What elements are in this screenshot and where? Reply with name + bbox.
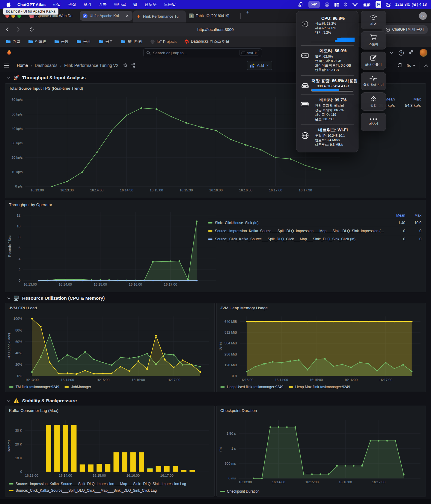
svg-text:16:16:00: 16:16:00	[129, 283, 142, 286]
user-avatar[interactable]	[420, 49, 427, 57]
breadcrumb-dashboards[interactable]: Dashboards	[35, 63, 58, 68]
browser-tab[interactable]: TTabix.IO [20180419]	[186, 9, 239, 22]
svg-text:16:13:00: 16:13:00	[25, 378, 38, 382]
refresh-interval-picker[interactable]: 5s	[407, 63, 415, 68]
folder-icon	[28, 40, 33, 44]
legend-item[interactable]: JobManager	[64, 385, 91, 389]
runner-app-status-icon[interactable]	[308, 1, 320, 8]
storage-usage-value: 저장 용량: 66.8% 사용됨	[311, 78, 355, 84]
legend-item[interactable]: Source:_Impression_Kafka_Source___Split_…	[9, 482, 186, 486]
menubar-menu[interactable]: 파일	[53, 2, 61, 7]
bookmark-item[interactable]: 공통	[54, 39, 69, 44]
panel-title[interactable]: Throughput by Operator	[9, 202, 52, 207]
panel-checkpoint-duration: Checkpoint Duration 16:13:0016:14:0016:1…	[216, 406, 426, 496]
series-name[interactable]: Source:_Impression_Kafka_Source___Split_…	[215, 229, 384, 233]
menubar-menu[interactable]: 기록	[99, 2, 107, 7]
new-tab-button[interactable]: +	[242, 9, 253, 22]
menubar-clock[interactable]: 12월 8일 (월) 4:18	[395, 2, 427, 7]
menubar-menu[interactable]: 편집	[68, 2, 76, 7]
breadcrumb-current[interactable]: Flink Performance Tuning V2	[64, 63, 118, 68]
legend-item[interactable]: Checkpoint Duration	[220, 489, 260, 494]
collapse-header-chevron-icon[interactable]	[424, 64, 428, 67]
store-button[interactable]: 스토어	[361, 31, 386, 50]
reload-button[interactable]	[27, 25, 36, 34]
settings-button[interactable]: 설정	[361, 92, 386, 111]
bookmark-item[interactable]: 공부	[99, 39, 113, 44]
breadcrumb-home[interactable]: Home	[17, 63, 28, 68]
battery-stat-row: 사이클 수: 119	[311, 112, 355, 117]
legend-item[interactable]: Heap Used flink-taskmanager:9249	[220, 385, 283, 389]
more-button[interactable]: 더보기	[361, 113, 386, 131]
panel-title[interactable]: Checkpoint Duration	[220, 408, 257, 413]
view-activity-button[interactable]: 활성 상태 보기	[361, 72, 386, 90]
search-input[interactable]: Search or jump to... cmd+k	[143, 48, 262, 57]
browser-profile-badge[interactable]: Si	[419, 12, 427, 20]
panel-title[interactable]: Total Source Input TPS (Real-time Trend)	[9, 86, 83, 91]
series-name[interactable]: Sink:_ClickHouse_Sink (In)	[215, 221, 384, 225]
mega-menu-icon[interactable]	[2, 61, 11, 70]
svg-text:128 MiB: 128 MiB	[224, 363, 237, 367]
legend-mean-header[interactable]: Mean	[387, 213, 405, 218]
org-switcher-chevron-icon[interactable]	[390, 52, 393, 54]
menubar-menu[interactable]: 윈도우	[144, 2, 157, 7]
legend-item[interactable]: TM flink-taskmanager:9249	[9, 385, 59, 389]
help-icon[interactable]: ?	[398, 50, 404, 56]
browser-tab[interactable]: UI for Apache Kaf	[80, 11, 132, 21]
control-center-icon[interactable]	[386, 1, 391, 8]
refresh-icon[interactable]	[397, 63, 403, 68]
svg-text:10 K: 10 K	[15, 456, 22, 460]
active-app-name[interactable]: ChatGPT Atlas	[17, 2, 46, 7]
section-throughput[interactable]: 🚀 Throughput & Input Analysis	[7, 75, 86, 80]
grafana-logo-icon[interactable]	[5, 49, 13, 57]
create-runner-button[interactable]: 러너 만들기	[361, 52, 386, 70]
input-source-badge[interactable]: 한	[376, 1, 381, 8]
forward-button[interactable]	[14, 25, 23, 34]
panel-title[interactable]: Kafka Consumer Lag (Max)	[9, 408, 58, 413]
quick-actions: 러너스토어러너 만들기활성 상태 보기설정더보기	[361, 11, 386, 131]
battery-charging-icon[interactable]	[363, 1, 371, 8]
mouse-status-icon[interactable]: 0	[298, 1, 304, 8]
bookmark-item[interactable]: 모니터링	[121, 39, 143, 44]
search-placeholder: Search or jump to...	[153, 51, 187, 55]
series-max-value: 0	[408, 237, 421, 241]
bookmark-item[interactable]: Databricks 리소스 허브	[184, 39, 230, 44]
menubar-menu[interactable]: 북마크	[114, 2, 126, 7]
svg-text:16:13:30: 16:13:30	[60, 188, 73, 192]
svg-text:CPU Load (Core): CPU Load (Core)	[7, 333, 11, 359]
computer-emoji-icon: 🖥️	[13, 296, 19, 301]
svg-text:16:14:30: 16:14:30	[120, 188, 133, 192]
bookmark-item[interactable]: 문서	[76, 39, 91, 44]
menubar-menu[interactable]: 탭	[133, 2, 138, 7]
menubar-menu[interactable]: 도움말	[164, 2, 176, 7]
legend-stat-header[interactable]: Max	[405, 97, 421, 101]
legend-item[interactable]: Heap Max flink-taskmanager:9249	[289, 385, 350, 389]
news-rss-icon[interactable]	[409, 50, 415, 56]
bookmark-label: 개발	[13, 39, 20, 44]
svg-text:16:16:00: 16:16:00	[209, 188, 222, 192]
wifi-icon[interactable]	[352, 1, 358, 8]
runner-button[interactable]: 러너	[361, 11, 386, 29]
bookmark-item[interactable]: IoT Projects	[150, 40, 177, 44]
series-name[interactable]: Source:_Click_Kafka_Source___Split_DLQ_C…	[215, 237, 384, 241]
legend-max-header[interactable]: Max	[408, 213, 421, 218]
menubar-menu[interactable]: 보기	[83, 2, 91, 7]
favorite-star-icon[interactable]	[123, 63, 128, 68]
bluetooth-icon[interactable]	[344, 1, 347, 8]
section-resource-utilization[interactable]: 🖥️ Resource Utilization (CPU & Memory)	[7, 296, 105, 301]
bookmark-item[interactable]: 개발	[6, 39, 20, 44]
section-stability[interactable]: ⚠️ Stability & Backpressure	[7, 398, 77, 404]
share-icon[interactable]	[130, 63, 135, 68]
back-button[interactable]	[2, 25, 11, 34]
add-panel-button[interactable]: Add	[247, 61, 272, 70]
legend-item[interactable]: Source:_Click_Kafka_Source___Split_DLQ_C…	[9, 488, 157, 493]
svg-text:16:15:00: 16:15:00	[96, 378, 109, 382]
shield-status-icon[interactable]	[325, 1, 329, 8]
window-tiling-icon[interactable]	[334, 1, 339, 8]
ask-chatgpt-button[interactable]: ChatGPT에게 묻기	[382, 25, 428, 34]
panel-title[interactable]: JVM Heap Memory Usage	[220, 306, 268, 310]
apple-logo-icon[interactable]	[7, 1, 11, 8]
panel-title[interactable]: JVM CPU Load	[9, 306, 37, 310]
browser-tab[interactable]: Flink Performance Tu	[133, 10, 186, 22]
bookmark-item[interactable]: 어드민	[28, 39, 46, 44]
close-tab-icon[interactable]	[125, 14, 129, 18]
